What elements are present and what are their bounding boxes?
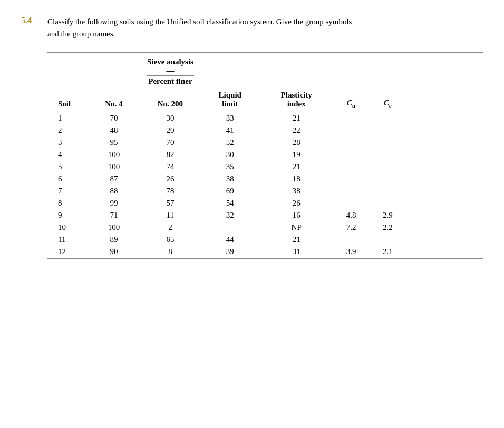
table-row: 5100743521 <box>47 161 406 173</box>
problem-number: 5.4 <box>21 16 37 25</box>
table-row: 899575426 <box>47 197 406 209</box>
sieve-subheader: Percent finer <box>147 75 193 86</box>
col-liquid-limit: Liquid limit <box>200 87 260 112</box>
table-row: 395705228 <box>47 137 406 149</box>
table-row: 687263818 <box>47 173 406 185</box>
col-no200: No. 200 <box>140 87 200 112</box>
sieve-header: Sieve analysis— <box>147 57 193 75</box>
problem-header: 5.4 Classify the following soils using t… <box>21 16 483 40</box>
soil-classification-table: Sieve analysis— Percent finer Soil No. 4… <box>47 53 406 258</box>
col-cu: Cu <box>333 87 369 112</box>
table-row: 101002NP7.22.2 <box>47 221 406 234</box>
col-no4: No. 4 <box>88 87 141 112</box>
table-row: 170303321 <box>47 112 406 125</box>
col-soil: Soil <box>47 87 88 112</box>
col-cc: Cc <box>370 87 406 112</box>
table-row: 1189654421 <box>47 234 406 246</box>
table-row: 248204122 <box>47 124 406 137</box>
table-row: 9711132164.82.9 <box>47 209 406 221</box>
table-row: 1290839313.92.1 <box>47 246 406 258</box>
problem-text: Classify the following soils using the U… <box>47 16 353 40</box>
table-container: Sieve analysis— Percent finer Soil No. 4… <box>47 52 483 259</box>
table-row: 4100823019 <box>47 149 406 161</box>
table-row: 788786938 <box>47 185 406 197</box>
col-plasticity: Plasticity index <box>260 87 333 112</box>
